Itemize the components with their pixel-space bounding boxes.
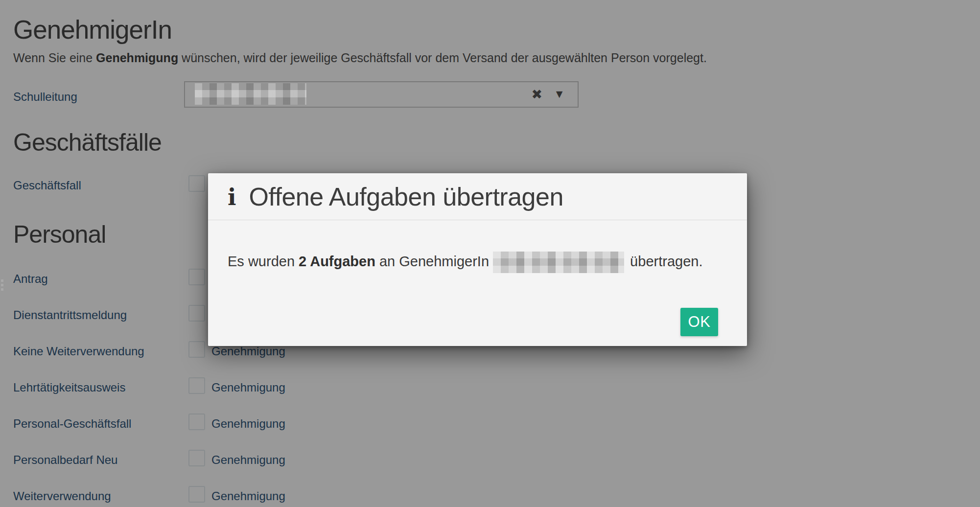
body-pre: Es wurden bbox=[228, 254, 299, 269]
dialog-body-text: Es wurden 2 Aufgaben an GenehmigerIn übe… bbox=[208, 220, 747, 273]
screen: GenehmigerIn Wenn Sie eine Genehmigung w… bbox=[0, 0, 980, 507]
dialog-header: i Offene Aufgaben übertragen bbox=[208, 173, 747, 220]
ok-button[interactable]: OK bbox=[680, 308, 718, 336]
drag-dot bbox=[1, 288, 3, 291]
offene-aufgaben-dialog: i Offene Aufgaben übertragen Es wurden 2… bbox=[208, 173, 747, 346]
drag-dot bbox=[1, 284, 3, 286]
redacted-approver-name bbox=[493, 252, 624, 273]
body-bold: 2 Aufgaben bbox=[299, 254, 375, 269]
body-mid: an GenehmigerIn bbox=[375, 254, 489, 269]
body-post: übertragen. bbox=[626, 254, 702, 269]
dialog-title: Offene Aufgaben übertragen bbox=[249, 182, 563, 211]
redacted-approver-name bbox=[195, 83, 306, 105]
info-icon: i bbox=[228, 186, 236, 208]
left-edge-drag-handle[interactable] bbox=[1, 279, 4, 293]
drag-dot bbox=[1, 279, 3, 282]
